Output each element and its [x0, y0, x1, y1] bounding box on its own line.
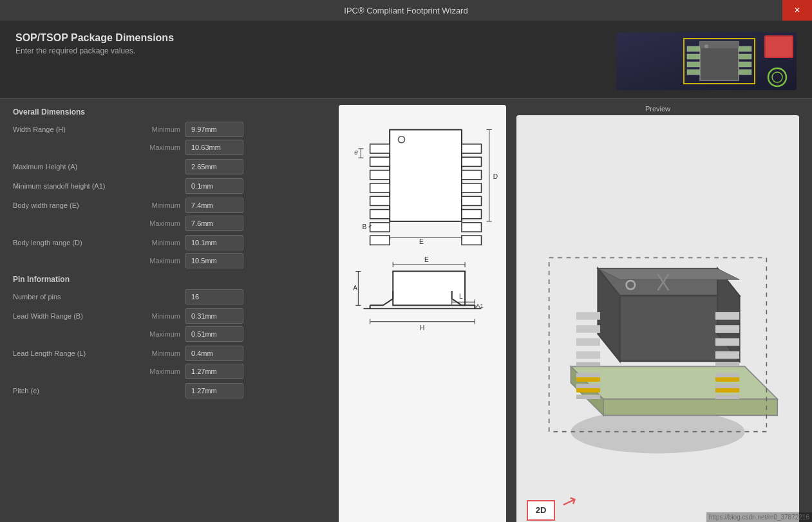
page-subtitle: Enter the required package values.	[15, 46, 174, 55]
svg-rect-32	[462, 183, 482, 192]
body-length-max-row: Maximum	[13, 253, 328, 268]
svg-rect-29	[462, 144, 482, 153]
lead-width-label: Lead Width Range (B)	[13, 312, 142, 320]
body-length-max-label: Maximum	[142, 257, 185, 265]
lead-width-min-label: Minimum	[142, 312, 185, 320]
pin-information-title: Pin Information	[13, 275, 328, 284]
svg-rect-98	[715, 312, 739, 320]
pitch-group: Pitch (e)	[13, 383, 328, 398]
form-panel: Overall Dimensions Width Range (H) Minim…	[13, 105, 328, 522]
pitch-row: Pitch (e)	[13, 383, 328, 398]
svg-rect-15	[766, 37, 792, 57]
svg-rect-104	[715, 384, 739, 388]
svg-text:B: B	[362, 223, 366, 230]
body-length-label: Body length range (D)	[13, 239, 142, 247]
svg-rect-102	[715, 362, 739, 367]
svg-rect-96	[576, 384, 600, 388]
width-range-min-label: Minimum	[142, 126, 185, 133]
svg-rect-25	[370, 196, 390, 205]
svg-rect-99	[715, 325, 739, 333]
width-range-max-row: Maximum	[13, 140, 328, 155]
min-standoff-label: Minimum standoff height (A1)	[13, 182, 142, 190]
width-range-max-label: Maximum	[142, 144, 185, 151]
2d-view-button[interactable]: 2D	[527, 500, 555, 521]
preview-panel: Preview	[516, 105, 799, 522]
min-standoff-input[interactable]	[185, 178, 243, 194]
lead-length-max-row: Maximum	[13, 364, 328, 379]
title-bar-text: IPC® Compliant Footprint Wizard	[344, 6, 467, 15]
svg-rect-103	[715, 373, 739, 377]
max-height-label: Maximum Height (A)	[13, 163, 142, 171]
lead-width-max-input[interactable]	[185, 326, 243, 342]
min-standoff-row: Minimum standoff height (A1)	[13, 178, 328, 194]
body-length-max-input[interactable]	[185, 253, 243, 268]
svg-rect-105	[715, 395, 739, 399]
lead-length-min-input[interactable]	[185, 346, 243, 361]
svg-rect-33	[462, 196, 482, 205]
lead-length-label: Lead Length Range (L)	[13, 350, 142, 357]
content-area: Overall Dimensions Width Range (H) Minim…	[0, 98, 812, 522]
svg-text:A1: A1	[476, 303, 483, 309]
svg-rect-35	[462, 223, 482, 232]
svg-rect-34	[462, 210, 482, 219]
lead-width-max-row: Maximum	[13, 326, 328, 342]
width-range-min-input[interactable]	[185, 122, 243, 137]
header-left: SOP/TSOP Package Dimensions Enter the re…	[15, 32, 174, 55]
svg-rect-36	[462, 236, 482, 245]
width-range-label: Width Range (H)	[13, 126, 142, 133]
svg-text:E: E	[424, 256, 429, 263]
body-length-min-input[interactable]	[185, 235, 243, 250]
svg-text:L: L	[459, 293, 463, 300]
svg-rect-93	[576, 351, 600, 359]
body-width-label: Body width range (E)	[13, 201, 142, 209]
bottom-diagram-svg: A E	[344, 253, 501, 355]
watermark: https://blog.csdn.net/m0_37872216	[706, 512, 812, 522]
preview-box: 2D ↙	[516, 115, 799, 522]
pin-information-section: Pin Information Number of pins Lead Widt…	[13, 275, 328, 398]
svg-rect-91	[576, 325, 600, 333]
num-pins-group: Number of pins	[13, 289, 328, 304]
svg-rect-92	[576, 338, 600, 346]
width-range-min-row: Width Range (H) Minimum	[13, 122, 328, 137]
lead-length-group: Lead Length Range (L) Minimum Maximum	[13, 346, 328, 379]
pitch-input[interactable]	[185, 383, 243, 398]
max-height-row: Maximum Height (A)	[13, 159, 328, 174]
svg-rect-8	[739, 54, 751, 59]
svg-rect-23	[370, 171, 390, 180]
svg-rect-6	[687, 70, 700, 75]
svg-rect-24	[370, 183, 390, 192]
overall-dimensions-title: Overall Dimensions	[13, 107, 328, 117]
num-pins-input[interactable]	[185, 289, 243, 304]
width-range-max-input[interactable]	[185, 140, 243, 155]
header: SOP/TSOP Package Dimensions Enter the re…	[0, 21, 812, 98]
svg-text:H: H	[420, 324, 424, 331]
svg-point-12	[704, 44, 708, 48]
svg-rect-19	[390, 130, 462, 221]
svg-rect-5	[687, 62, 700, 67]
svg-text:E: E	[419, 238, 424, 245]
lead-length-max-input[interactable]	[185, 364, 243, 379]
title-bar: IPC® Compliant Footprint Wizard ×	[0, 0, 812, 21]
body-length-min-label: Minimum	[142, 239, 185, 247]
num-pins-row: Number of pins	[13, 289, 328, 304]
svg-rect-21	[370, 144, 390, 153]
svg-rect-3	[687, 46, 700, 51]
svg-rect-30	[462, 157, 482, 166]
close-button[interactable]: ×	[782, 0, 812, 21]
svg-rect-101	[715, 351, 739, 359]
top-diagram-svg: e D E B	[344, 110, 501, 248]
svg-marker-77	[603, 399, 777, 415]
lead-width-min-input[interactable]	[185, 308, 243, 324]
header-pcb-svg	[616, 32, 797, 90]
body-width-max-label: Maximum	[142, 219, 185, 227]
num-pins-label: Number of pins	[13, 293, 142, 301]
body-width-min-input[interactable]	[185, 198, 243, 213]
pitch-label: Pitch (e)	[13, 387, 142, 395]
body-width-min-row: Body width range (E) Minimum	[13, 198, 328, 213]
body-width-max-input[interactable]	[185, 216, 243, 231]
body-width-min-label: Minimum	[142, 201, 185, 209]
svg-rect-100	[715, 338, 739, 346]
max-height-input[interactable]	[185, 159, 243, 174]
body-width-group: Body width range (E) Minimum Maximum	[13, 198, 328, 231]
main-window: SOP/TSOP Package Dimensions Enter the re…	[0, 21, 812, 522]
